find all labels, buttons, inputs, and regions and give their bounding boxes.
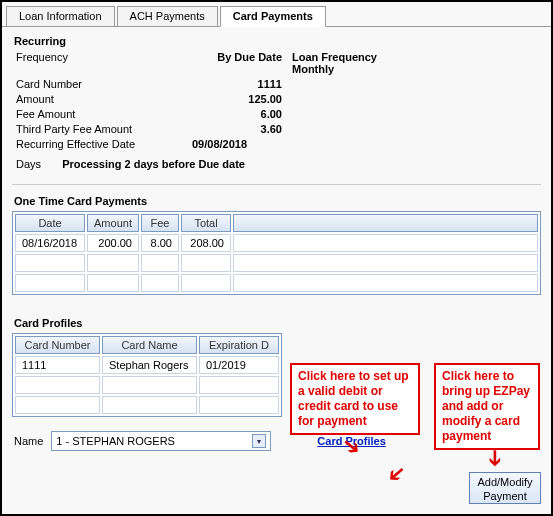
cell-total: 208.00 — [181, 234, 231, 252]
col-total[interactable]: Total — [181, 214, 231, 232]
name-label: Name — [12, 435, 43, 447]
arrow-icon: ➔ — [382, 458, 413, 489]
col-spacer — [233, 214, 538, 232]
add-modify-label: Add/Modify Payment — [477, 476, 532, 502]
table-row[interactable]: 08/16/2018 200.00 8.00 208.00 — [15, 234, 538, 252]
table-row[interactable] — [15, 274, 538, 292]
days-value: Processing 2 days before Due date — [62, 158, 245, 170]
card-profiles-title: Card Profiles — [14, 317, 541, 329]
name-dropdown[interactable]: 1 - STEPHAN ROGERS ▾ — [51, 431, 271, 451]
one-time-title: One Time Card Payments — [14, 195, 541, 207]
third-party-fee-label: Third Party Fee Amount — [12, 123, 162, 135]
cell-amount: 200.00 — [87, 234, 139, 252]
card-number-value: 1111 — [162, 78, 292, 90]
tab-ach-payments[interactable]: ACH Payments — [117, 6, 218, 27]
cell-fee: 8.00 — [141, 234, 179, 252]
recurring-grid: Frequency By Due Date Loan Frequency Mon… — [12, 51, 541, 150]
col-amount[interactable]: Amount — [87, 214, 139, 232]
cell-date: 08/16/2018 — [15, 234, 85, 252]
loan-frequency-label: Loan Frequency — [292, 51, 541, 63]
loan-frequency-value: Monthly — [292, 63, 541, 75]
table-row[interactable] — [15, 396, 279, 414]
fee-label: Fee Amount — [12, 108, 162, 120]
tab-card-payments[interactable]: Card Payments — [220, 6, 326, 27]
recurring-title: Recurring — [14, 35, 541, 47]
col-card-name[interactable]: Card Name — [102, 336, 197, 354]
one-time-table: Date Amount Fee Total 08/16/2018 200.00 … — [12, 211, 541, 295]
card-profiles-table: Card Number Card Name Expiration D 1111 … — [12, 333, 282, 417]
card-number-label: Card Number — [12, 78, 162, 90]
effective-date-value: 09/08/2018 — [162, 138, 292, 150]
tab-bar: Loan Information ACH Payments Card Payme… — [2, 2, 551, 26]
cell-expiration: 01/2019 — [199, 356, 279, 374]
frequency-value: By Due Date — [162, 51, 292, 63]
cell-card-number: 1111 — [15, 356, 100, 374]
table-row[interactable] — [15, 376, 279, 394]
arrow-icon: ➔ — [482, 449, 508, 467]
chevron-down-icon: ▾ — [252, 434, 266, 448]
fee-value: 6.00 — [162, 108, 292, 120]
name-value: 1 - STEPHAN ROGERS — [56, 435, 252, 447]
third-party-fee-value: 3.60 — [162, 123, 292, 135]
amount-value: 125.00 — [162, 93, 292, 105]
days-label: Days — [16, 158, 41, 170]
tab-loan-information[interactable]: Loan Information — [6, 6, 115, 27]
callout-card-profiles: Click here to set up a valid debit or cr… — [290, 363, 420, 435]
col-fee[interactable]: Fee — [141, 214, 179, 232]
col-card-number[interactable]: Card Number — [15, 336, 100, 354]
table-row[interactable] — [15, 254, 538, 272]
tab-body-card-payments: Recurring Frequency By Due Date Loan Fre… — [2, 26, 551, 514]
amount-label: Amount — [12, 93, 162, 105]
callout-add-modify: Click here to bring up EZPay and add or … — [434, 363, 540, 450]
cell-card-name: Stephan Rogers — [102, 356, 197, 374]
col-expiration[interactable]: Expiration D — [199, 336, 279, 354]
frequency-label: Frequency — [12, 51, 162, 63]
col-date[interactable]: Date — [15, 214, 85, 232]
add-modify-payment-button[interactable]: Add/Modify Payment — [469, 472, 541, 504]
table-row[interactable]: 1111 Stephan Rogers 01/2019 — [15, 356, 279, 374]
effective-date-label: Recurring Effective Date — [12, 138, 162, 150]
divider — [12, 184, 541, 185]
